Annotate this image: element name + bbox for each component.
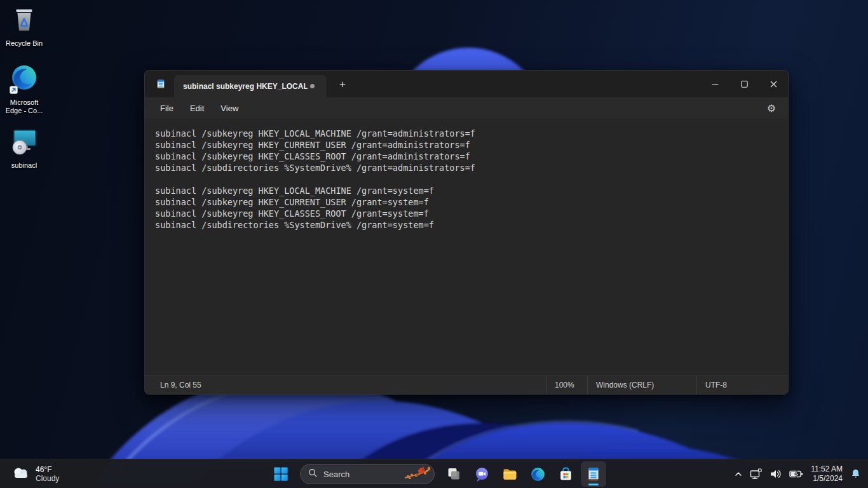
unsaved-indicator-dot (310, 84, 315, 88)
notepad-window: subinacl subkeyreg HKEY_LOCAL_M + File E… (144, 70, 789, 395)
encoding-status[interactable]: UTF-8 (696, 376, 788, 394)
edge-icon (9, 63, 39, 96)
network-icon[interactable] (749, 467, 763, 481)
search-placeholder: Search (323, 470, 403, 479)
menu-file[interactable]: File (152, 101, 182, 116)
search-highlight-bird-icon (403, 464, 431, 484)
edge-shortcut-label: Microsoft Edge - Co... (6, 98, 43, 115)
tab-title: subinacl subkeyreg HKEY_LOCAL_M (183, 82, 308, 91)
menu-edit[interactable]: Edit (182, 101, 212, 116)
editor-line: subinacl /subkeyreg HKEY_CLASSES_ROOT /g… (155, 151, 788, 162)
search-icon (308, 468, 318, 480)
notepad-icon (585, 466, 602, 482)
notepad-statusbar: Ln 9, Col 55 100% Windows (CRLF) UTF-8 (145, 376, 788, 394)
notepad-menubar: File Edit View ⚙ (145, 97, 788, 119)
edge-browser-button[interactable] (525, 461, 550, 487)
notepad-taskbar-button[interactable] (581, 461, 606, 487)
task-view-icon (446, 466, 461, 482)
file-explorer-icon (502, 466, 518, 482)
desktop-icon-subinacl[interactable]: subinacl (0, 126, 48, 170)
volume-icon[interactable] (769, 467, 783, 481)
chat-button[interactable] (469, 461, 494, 487)
microsoft-store-icon (558, 466, 574, 482)
weather-temperature: 46°F (36, 465, 59, 474)
task-view-button[interactable] (441, 461, 466, 487)
weather-condition: Cloudy (36, 474, 59, 483)
notepad-app-icon (155, 78, 166, 92)
cursor-position-status: Ln 9, Col 55 (145, 381, 201, 390)
editor-text-area[interactable]: subinacl /subkeyreg HKEY_LOCAL_MACHINE /… (145, 119, 788, 376)
desktop-icon-recycle-bin[interactable]: Recycle Bin (0, 5, 48, 48)
line-ending-status[interactable]: Windows (CRLF) (587, 376, 696, 394)
chat-video-icon (474, 466, 490, 482)
editor-line: subinacl /subkeyreg HKEY_CURRENT_USER /g… (155, 196, 788, 208)
taskbar: 46°F Cloudy Search (0, 459, 868, 488)
notification-bell-icon[interactable] (850, 468, 862, 480)
subinacl-label: subinacl (11, 161, 37, 170)
microsoft-store-button[interactable] (553, 461, 578, 487)
recycle-bin-label: Recycle Bin (6, 39, 43, 48)
battery-charging-icon[interactable] (789, 467, 804, 481)
editor-line: subinacl /subdirectories %SystemDrive% /… (155, 219, 788, 231)
windows-logo-icon (273, 466, 288, 482)
clock-widget[interactable]: 11:52 AM 1/5/2024 (811, 464, 843, 484)
editor-line: subinacl /subdirectories %SystemDrive% /… (155, 162, 788, 173)
hidden-icons-chevron[interactable] (733, 469, 743, 479)
notepad-titlebar[interactable]: subinacl subkeyreg HKEY_LOCAL_M + (145, 71, 788, 97)
desktop-icon-edge-shortcut[interactable]: Microsoft Edge - Co... (0, 63, 48, 115)
minimize-button[interactable] (700, 71, 729, 97)
settings-gear-icon[interactable]: ⚙ (763, 100, 780, 116)
menu-view[interactable]: View (212, 101, 247, 116)
weather-widget[interactable]: 46°F Cloudy (8, 459, 63, 488)
editor-line: subinacl /subkeyreg HKEY_LOCAL_MACHINE /… (155, 185, 788, 196)
disc-installer-icon (9, 126, 39, 159)
clock-time: 11:52 AM (811, 464, 843, 473)
editor-line: subinacl /subkeyreg HKEY_LOCAL_MACHINE /… (155, 128, 788, 139)
start-button[interactable] (268, 461, 294, 487)
clock-date: 1/5/2024 (813, 474, 843, 483)
tab-subinacl-document[interactable]: subinacl subkeyreg HKEY_LOCAL_M (174, 75, 327, 97)
new-tab-button[interactable]: + (334, 76, 351, 93)
editor-line: subinacl /subkeyreg HKEY_CURRENT_USER /g… (155, 139, 788, 151)
close-button[interactable] (759, 71, 788, 97)
editor-line: subinacl /subkeyreg HKEY_CLASSES_ROOT /g… (155, 208, 788, 219)
shortcut-arrow-icon (10, 86, 18, 94)
zoom-level-status[interactable]: 100% (546, 376, 587, 394)
maximize-button[interactable] (729, 71, 759, 97)
recycle-bin-icon (10, 5, 39, 37)
search-box[interactable]: Search (300, 464, 435, 484)
cloud-icon (11, 466, 31, 482)
edge-icon (530, 466, 546, 482)
editor-line (155, 173, 788, 185)
active-app-indicator (588, 484, 599, 485)
file-explorer-button[interactable] (497, 461, 522, 487)
